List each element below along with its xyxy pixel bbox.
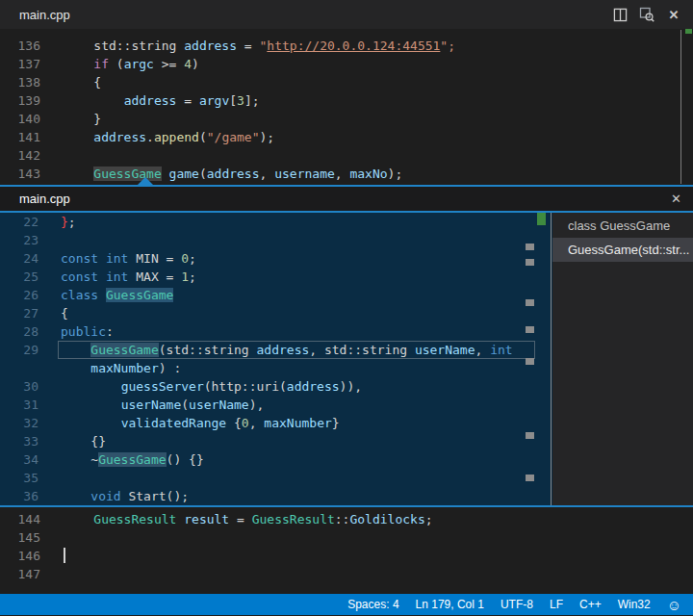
line-number[interactable]: 147 <box>0 565 40 583</box>
main-editor-bottom[interactable]: 144 GuessResult result = GuessResult::Go… <box>0 507 693 592</box>
code-line[interactable]: 30 guessServer(http::uri(address)), <box>0 377 552 396</box>
line-number[interactable]: 31 <box>0 396 38 414</box>
line-number[interactable]: 136 <box>0 37 40 55</box>
line-number[interactable]: 29 <box>0 341 38 359</box>
overview-ruler-mark <box>526 326 534 333</box>
code-text: GuessGame game(address, username, maxNo)… <box>64 165 402 183</box>
peek-close-icon[interactable]: ✕ <box>671 192 681 206</box>
code-line[interactable]: 147 <box>0 565 693 583</box>
code-line[interactable]: 33 {} <box>0 432 552 450</box>
code-line[interactable]: 35 <box>0 469 552 487</box>
main-editor-top[interactable]: 136 std::string address = "http://20.0.0… <box>0 29 693 185</box>
peek-scrollbar-slider[interactable] <box>551 213 552 505</box>
line-number[interactable]: 32 <box>0 414 38 432</box>
code-text: if (argc >= 4) <box>64 55 199 73</box>
code-line[interactable]: 32 validatedRange {0, maxNumber} <box>0 414 552 432</box>
line-number[interactable]: 25 <box>0 268 38 286</box>
line-number[interactable]: 141 <box>0 128 40 146</box>
line-number[interactable]: 34 <box>0 450 38 469</box>
code-line[interactable]: 138 { <box>0 73 693 91</box>
status-item[interactable]: LF <box>550 598 563 611</box>
code-line[interactable]: 23 <box>0 231 552 249</box>
open-preview-icon[interactable] <box>639 7 654 22</box>
overview-ruler-mark <box>526 244 534 250</box>
code-line[interactable]: 142 <box>0 146 693 165</box>
line-number[interactable]: 36 <box>0 487 38 505</box>
feedback-smiley-icon[interactable]: ☺ <box>667 598 681 612</box>
code-line[interactable]: 140 } <box>0 110 693 128</box>
code-text: } <box>64 110 101 128</box>
code-text: void Start(); <box>61 487 189 505</box>
file-title: main.cpp <box>19 8 70 22</box>
peek-overview-added-mark <box>537 213 546 225</box>
line-number[interactable]: 22 <box>0 213 38 231</box>
line-number[interactable]: 139 <box>0 91 40 110</box>
code-line[interactable]: 22}; <box>0 213 552 231</box>
line-number[interactable]: 145 <box>0 528 40 547</box>
line-number[interactable]: 26 <box>0 286 38 304</box>
code-line[interactable]: 25const int MAX = 1; <box>0 268 552 286</box>
line-number[interactable]: 24 <box>0 249 38 268</box>
editor-scrollbar-slider[interactable] <box>680 30 681 184</box>
peek-editor[interactable]: 22};2324const int MIN = 0;25const int MA… <box>0 213 552 505</box>
code-line[interactable]: 24const int MIN = 0; <box>0 249 552 268</box>
title-bar-actions: ✕ <box>612 7 681 22</box>
line-number[interactable]: 138 <box>0 73 40 91</box>
code-line[interactable]: 146 <box>0 547 693 565</box>
code-line[interactable]: 145 <box>0 528 693 547</box>
code-line[interactable]: 144 GuessResult result = GuessResult::Go… <box>0 510 693 528</box>
status-item[interactable]: Ln 179, Col 1 <box>416 598 484 611</box>
line-number[interactable]: 23 <box>0 231 38 249</box>
line-number[interactable]: 144 <box>0 510 40 528</box>
code-text: userName(userName), <box>61 396 264 414</box>
code-text: public: <box>61 322 114 341</box>
code-text: { <box>64 73 101 91</box>
peek-title: main.cpp <box>19 192 70 206</box>
line-number[interactable]: 140 <box>0 110 40 128</box>
status-item[interactable]: UTF-8 <box>500 598 533 611</box>
code-text: { <box>61 304 68 322</box>
line-number[interactable]: 33 <box>0 432 38 450</box>
code-text: {} <box>61 432 106 450</box>
code-text <box>64 547 65 565</box>
status-item[interactable]: C++ <box>579 598 602 611</box>
line-number[interactable]: 137 <box>0 55 40 73</box>
line-number[interactable]: 35 <box>0 469 38 487</box>
code-text: GuessResult result = GuessResult::Goldil… <box>64 510 433 528</box>
line-number[interactable]: 146 <box>0 547 40 565</box>
code-text: validatedRange {0, maxNumber} <box>61 414 340 432</box>
code-line[interactable]: 29 GuessGame(std::string address, std::s… <box>0 341 552 359</box>
code-text: guessServer(http::uri(address)), <box>61 377 362 396</box>
split-editor-icon[interactable] <box>612 7 628 22</box>
code-line[interactable]: 28public: <box>0 322 552 341</box>
code-line[interactable]: 31 userName(userName), <box>0 396 552 414</box>
reference-list-item[interactable]: GuessGame(std::str... <box>552 238 693 262</box>
status-item[interactable]: Spaces: 4 <box>347 598 398 611</box>
code-line[interactable]: 141 address.append("/game"); <box>0 128 693 146</box>
line-number[interactable]: 27 <box>0 304 38 322</box>
code-line[interactable]: 27{ <box>0 304 552 322</box>
code-line[interactable]: 26class GuessGame <box>0 286 552 304</box>
close-editor-icon[interactable]: ✕ <box>666 7 681 22</box>
code-line[interactable]: 137 if (argc >= 4) <box>0 55 693 73</box>
line-number[interactable]: 30 <box>0 377 38 396</box>
code-text: }; <box>61 213 76 231</box>
code-line[interactable]: 143 GuessGame game(address, username, ma… <box>0 165 693 183</box>
status-bar: Spaces: 4Ln 179, Col 1UTF-8LFC++Win32☺ <box>0 594 693 615</box>
status-item[interactable]: Win32 <box>618 598 651 611</box>
code-line[interactable]: 34 ~GuessGame() {} <box>0 450 552 469</box>
line-number[interactable]: 143 <box>0 165 40 183</box>
overview-ruler-added-mark <box>685 29 692 34</box>
overview-ruler-mark <box>526 475 534 481</box>
code-line[interactable]: 136 std::string address = "http://20.0.0… <box>0 37 693 55</box>
code-text: ~GuessGame() {} <box>61 450 204 469</box>
code-line[interactable]: maxNumber) : <box>0 359 552 377</box>
line-number[interactable]: 28 <box>0 322 38 341</box>
line-number[interactable] <box>0 359 38 377</box>
overview-ruler-mark <box>526 358 534 365</box>
peek-reference-list: class GuessGameGuessGame(std::str... <box>552 213 693 505</box>
line-number[interactable]: 142 <box>0 146 40 165</box>
reference-list-item[interactable]: class GuessGame <box>552 214 693 238</box>
code-line[interactable]: 139 address = argv[3]; <box>0 91 693 110</box>
code-line[interactable]: 36 void Start(); <box>0 487 552 505</box>
